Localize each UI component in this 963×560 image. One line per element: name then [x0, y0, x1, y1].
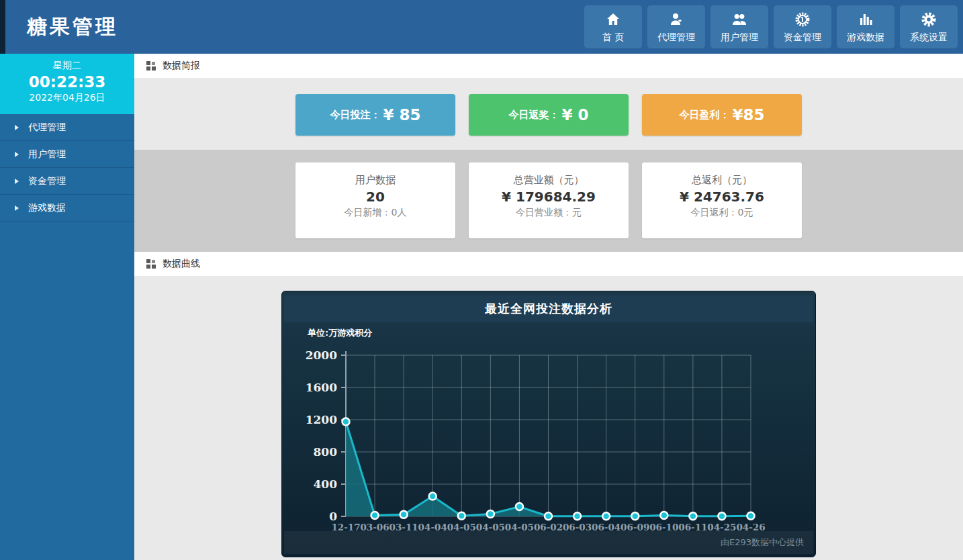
home-icon — [604, 11, 622, 28]
agent-icon — [668, 11, 685, 28]
svg-text:800: 800 — [314, 445, 338, 459]
stat-button-label: 今日盈利： — [679, 109, 729, 122]
nav-item-label: 用户管理 — [721, 32, 758, 44]
nav-item-label: 游戏数据 — [847, 32, 884, 44]
arrow-right-icon — [15, 125, 19, 130]
stat-card-users: 用户数据 20 今日新增：0人 — [295, 162, 455, 238]
stat-card-value: ¥ 179684.29 — [469, 187, 629, 207]
stat-card-subtitle: 今日营业额：元 — [469, 207, 629, 219]
nav-item-agents[interactable]: 代理管理 — [647, 5, 705, 48]
sidebar-item-label: 代理管理 — [28, 122, 66, 134]
nav-item-funds[interactable]: 资金管理 — [774, 5, 831, 48]
clock-time: 00:22:33 — [0, 72, 134, 92]
svg-text:0: 0 — [329, 510, 337, 523]
nav-item-home[interactable]: 首 页 — [584, 5, 642, 48]
main-content: 数据简报 今日投注： ¥ 85 今日返奖： ¥ 0 今日盈利： ¥85 — [134, 54, 963, 560]
gear-icon — [920, 11, 937, 28]
stat-card-value: 20 — [295, 187, 455, 207]
clock-weekday: 星期二 — [0, 60, 134, 72]
stat-card-subtitle: 今日返利：0元 — [642, 207, 802, 219]
nav-item-label: 资金管理 — [784, 32, 821, 44]
bar-chart-icon — [857, 11, 874, 28]
sidebar-item-label: 用户管理 — [28, 148, 66, 160]
grid-icon — [146, 259, 156, 269]
stat-button-value: ¥85 — [732, 106, 764, 124]
nav-item-label: 首 页 — [602, 32, 624, 44]
sidebar-item-gamedata[interactable]: 游戏数据 — [0, 195, 134, 222]
top-nav: 首 页 代理管理 用户管理 资金管理 游戏数据 — [584, 5, 958, 48]
section-bar-curve: 数据曲线 — [134, 252, 963, 276]
sidebar-item-agents[interactable]: 代理管理 — [0, 114, 134, 141]
sidebar-item-users[interactable]: 用户管理 — [0, 141, 134, 168]
section-title-brief: 数据简报 — [163, 60, 200, 72]
svg-text:400: 400 — [314, 477, 338, 491]
sidebar: 星期二 00:22:33 2022年04月26日 代理管理 用户管理 资金管理 … — [0, 54, 134, 560]
stat-button-label: 今日投注： — [330, 109, 380, 122]
sidebar-item-label: 资金管理 — [28, 175, 66, 187]
stat-button-value: ¥ 0 — [561, 106, 588, 124]
chart-footer: 由E293数据中心提供 — [284, 531, 813, 554]
sidebar-item-label: 游戏数据 — [28, 202, 66, 214]
section-bar-brief: 数据简报 — [134, 54, 963, 78]
stat-cards-zone: 用户数据 20 今日新增：0人 总营业额（元） ¥ 179684.29 今日营业… — [134, 150, 963, 252]
stat-card-title: 总营业额（元） — [469, 174, 629, 187]
nav-item-label: 代理管理 — [657, 32, 695, 44]
header-left-strip — [0, 0, 5, 54]
clock-date: 2022年04月26日 — [0, 92, 134, 104]
arrow-right-icon — [15, 179, 19, 184]
arrow-right-icon — [15, 152, 19, 157]
chart-zone: 最近全网投注数据分析 单位:万游戏积分 04008001200160020001… — [134, 291, 963, 560]
chart-unit-label: 单位:万游戏积分 — [308, 327, 372, 339]
grid-icon — [146, 61, 156, 71]
chart-panel: 最近全网投注数据分析 单位:万游戏积分 04008001200160020001… — [281, 291, 816, 557]
chart-title: 最近全网投注数据分析 — [284, 295, 813, 322]
nav-item-label: 系统设置 — [910, 32, 948, 44]
nav-item-gamedata[interactable]: 游戏数据 — [837, 5, 895, 48]
svg-text:2000: 2000 — [306, 348, 337, 362]
nav-item-settings[interactable]: 系统设置 — [900, 5, 958, 48]
funds-gear-icon — [794, 11, 811, 28]
clock-panel: 星期二 00:22:33 2022年04月26日 — [0, 54, 134, 114]
app-title: 糖果管理 — [27, 13, 118, 41]
stat-card-title: 总返利（元） — [642, 174, 802, 187]
stat-button-today-profit[interactable]: 今日盈利： ¥85 — [642, 94, 802, 136]
svg-text:1600: 1600 — [306, 381, 337, 394]
nav-item-users[interactable]: 用户管理 — [710, 5, 768, 48]
arrow-right-icon — [15, 205, 19, 211]
stat-card-value: ¥ 24763.76 — [642, 187, 802, 207]
users-icon — [731, 11, 748, 28]
betting-chart-svg: 040080012001600200012-1703-0603-1104-040… — [282, 338, 817, 534]
stat-card-rebate: 总返利（元） ¥ 24763.76 今日返利：0元 — [642, 162, 802, 238]
app-header: 糖果管理 首 页 代理管理 用户管理 资金管理 — [0, 0, 963, 54]
svg-text:1200: 1200 — [306, 413, 337, 426]
sidebar-item-funds[interactable]: 资金管理 — [0, 168, 134, 195]
section-title-curve: 数据曲线 — [163, 258, 200, 270]
stat-button-label: 今日返奖： — [508, 109, 559, 122]
stat-card-revenue: 总营业额（元） ¥ 179684.29 今日营业额：元 — [469, 162, 629, 238]
stat-button-value: ¥ 85 — [383, 106, 420, 124]
stat-buttons-zone: 今日投注： ¥ 85 今日返奖： ¥ 0 今日盈利： ¥85 — [134, 78, 963, 150]
stat-card-subtitle: 今日新增：0人 — [295, 207, 455, 219]
stat-button-today-payout[interactable]: 今日返奖： ¥ 0 — [469, 94, 629, 136]
stat-card-title: 用户数据 — [295, 174, 455, 187]
stat-button-today-bets[interactable]: 今日投注： ¥ 85 — [295, 94, 455, 136]
